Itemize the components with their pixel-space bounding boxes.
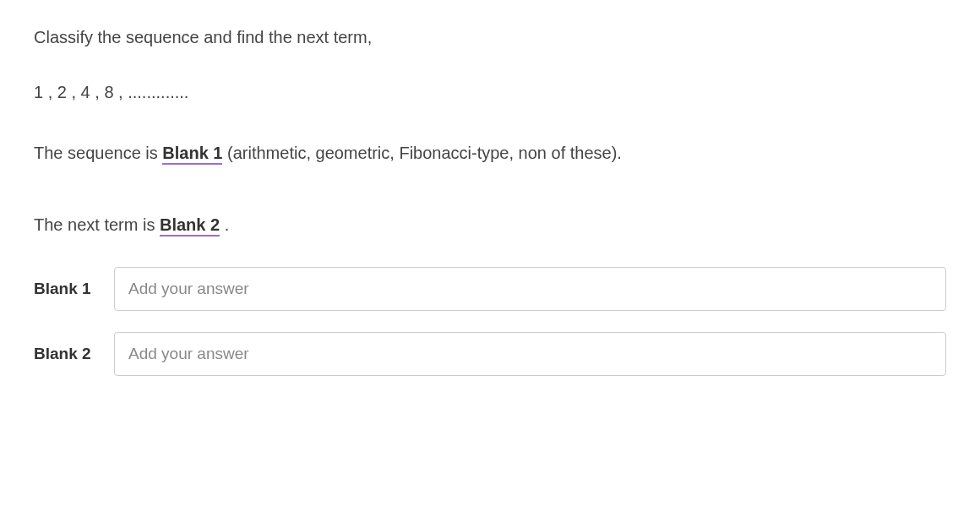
statement-2: The next term is Blank 2 . (34, 212, 946, 237)
statement-2-prefix: The next term is (34, 215, 160, 234)
question-prompt: Classify the sequence and find the next … (34, 25, 946, 49)
statement-1-prefix: The sequence is (34, 144, 162, 162)
statement-1: The sequence is Blank 1 (arithmetic, geo… (34, 140, 946, 166)
blank-2-reference: Blank 2 (160, 215, 220, 237)
blank-2-label: Blank 2 (34, 345, 101, 363)
answer-row-1: Blank 1 (34, 267, 946, 311)
statement-1-suffix: (arithmetic, geometric, Fibonacci-type, … (222, 144, 621, 162)
blank-2-input[interactable] (114, 332, 946, 376)
sequence-display: 1 , 2 , 4 , 8 , ............. (34, 83, 946, 102)
blank-1-label: Blank 1 (34, 280, 101, 298)
statement-2-suffix: . (220, 215, 229, 234)
blank-1-reference: Blank 1 (162, 144, 222, 165)
blank-1-input[interactable] (114, 267, 946, 311)
answer-row-2: Blank 2 (34, 332, 946, 376)
